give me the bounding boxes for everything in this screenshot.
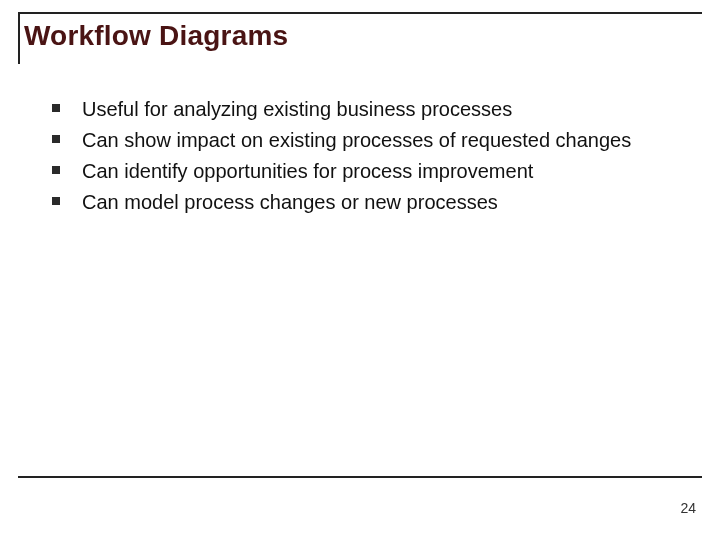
list-item: Can model process changes or new process…: [52, 189, 682, 216]
page-number: 24: [680, 500, 696, 516]
square-bullet-icon: [52, 166, 60, 174]
slide-title: Workflow Diagrams: [24, 20, 702, 52]
list-item: Can show impact on existing processes of…: [52, 127, 682, 154]
square-bullet-icon: [52, 197, 60, 205]
square-bullet-icon: [52, 104, 60, 112]
list-item: Can identify opportunities for process i…: [52, 158, 682, 185]
list-item: Useful for analyzing existing business p…: [52, 96, 682, 123]
divider: [18, 476, 702, 478]
square-bullet-icon: [52, 135, 60, 143]
slide: Workflow Diagrams Useful for analyzing e…: [0, 0, 720, 540]
bullet-list: Useful for analyzing existing business p…: [52, 96, 682, 216]
bullet-text: Can show impact on existing processes of…: [82, 127, 631, 154]
bullet-text: Can model process changes or new process…: [82, 189, 498, 216]
content-area: Useful for analyzing existing business p…: [18, 64, 702, 216]
title-container: Workflow Diagrams: [18, 12, 702, 64]
bullet-text: Useful for analyzing existing business p…: [82, 96, 512, 123]
bullet-text: Can identify opportunities for process i…: [82, 158, 533, 185]
